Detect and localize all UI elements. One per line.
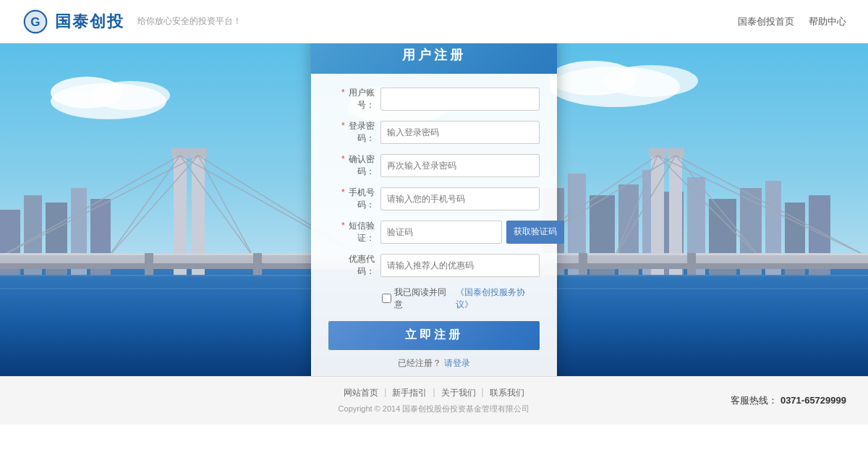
promo-label: * 优惠代码： <box>328 253 380 278</box>
hero-section: 用户注册 * 用户账号： * 登录密码： * <box>0 43 868 376</box>
confirm-password-row: * 确认密码： <box>328 153 540 178</box>
required-mark: * <box>341 88 345 98</box>
footer-copyright: Copyright © 2014 国泰创投股份投资基金管理有限公司 <box>22 404 846 414</box>
sep3: | <box>482 387 484 399</box>
agree-row: 我已阅读并同意 《国泰创投服务协议》 <box>328 286 540 311</box>
svg-point-9 <box>604 65 698 97</box>
svg-point-6 <box>90 81 170 110</box>
sms-input-group: 获取验证码 <box>380 221 564 244</box>
logo-icon: G <box>22 8 49 35</box>
promo-code-input[interactable] <box>380 254 540 277</box>
confirm-password-input[interactable] <box>380 154 540 177</box>
header-nav: 国泰创投首页 帮助中心 <box>738 15 846 28</box>
agree-link[interactable]: 《国泰创投服务协议》 <box>456 286 540 311</box>
hotline-area: 客服热线： 0371-65729999 <box>731 394 846 407</box>
agree-checkbox[interactable] <box>382 294 391 303</box>
svg-rect-61 <box>253 253 262 275</box>
get-sms-button[interactable]: 获取验证码 <box>506 221 564 244</box>
promo-row: * 优惠代码： <box>328 253 540 278</box>
sep2: | <box>433 387 435 399</box>
svg-text:G: G <box>30 14 40 28</box>
footer-link-contact[interactable]: 联系我们 <box>490 387 524 399</box>
submit-button[interactable]: 立即注册 <box>328 321 540 350</box>
logo-area: G 国泰创投 给你放心安全的投资平台！ <box>22 8 242 35</box>
mobile-input[interactable] <box>380 187 540 210</box>
login-hint: 已经注册？ 请登录 <box>328 357 540 372</box>
footer: 网站首页 | 新手指引 | 关于我们 | 联系我们 Copyright © 20… <box>0 376 868 425</box>
register-form: 用户注册 * 用户账号： * 登录密码： * <box>311 43 557 376</box>
sms-label: * 短信验证： <box>328 220 380 244</box>
password-input[interactable] <box>380 121 540 144</box>
form-title: 用户注册 <box>311 43 557 74</box>
hotline-label: 客服热线： <box>731 395 778 406</box>
logo-slogan: 给你放心安全的投资平台！ <box>137 15 242 27</box>
password-row: * 登录密码： <box>328 120 540 145</box>
agree-text: 我已阅读并同意 <box>394 286 453 311</box>
footer-link-home[interactable]: 网站首页 <box>344 387 378 399</box>
nav-help[interactable]: 帮助中心 <box>809 15 846 28</box>
password-label: * 登录密码： <box>328 120 380 145</box>
login-link[interactable]: 请登录 <box>444 358 470 368</box>
username-input[interactable] <box>380 88 540 111</box>
header: G 国泰创投 给你放心安全的投资平台！ 国泰创投首页 帮助中心 <box>0 0 868 43</box>
footer-links: 网站首页 | 新手指引 | 关于我们 | 联系我们 <box>22 387 846 399</box>
sms-code-input[interactable] <box>380 221 502 244</box>
mobile-row: * 手机号码： <box>328 187 540 211</box>
footer-link-about[interactable]: 关于我们 <box>441 387 476 399</box>
footer-link-guide[interactable]: 新手指引 <box>392 387 427 399</box>
svg-rect-65 <box>687 253 696 275</box>
username-row: * 用户账号： <box>328 87 540 111</box>
sep1: | <box>384 387 386 399</box>
svg-rect-60 <box>145 253 153 275</box>
hotline-number: 0371-65729999 <box>780 395 846 406</box>
confirm-password-label: * 确认密码： <box>328 153 380 178</box>
logo-brand: 国泰创投 <box>55 11 124 33</box>
sms-row: * 短信验证： 获取验证码 <box>328 220 540 244</box>
svg-rect-64 <box>579 253 587 275</box>
form-body: * 用户账号： * 登录密码： * 确认密码： <box>311 74 557 377</box>
username-label: * 用户账号： <box>328 87 380 111</box>
nav-home[interactable]: 国泰创投首页 <box>738 15 794 28</box>
mobile-label: * 手机号码： <box>328 187 380 211</box>
